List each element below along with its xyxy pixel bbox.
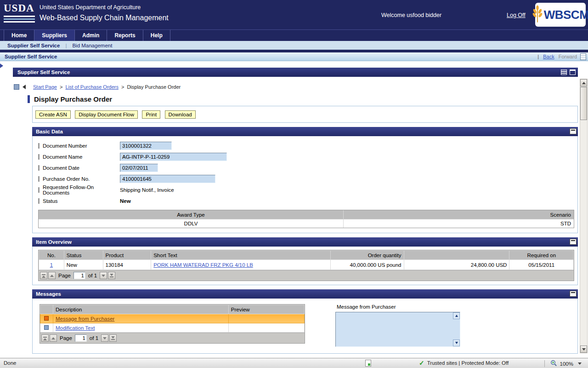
item-status-cell: New — [64, 260, 103, 270]
usda-logo-stripe — [4, 16, 35, 17]
item-overview-header: Item Overview — [32, 237, 578, 247]
status-bar: Done ✓ Trusted sites | Protected Mode: O… — [0, 358, 588, 368]
panel-square-icon[interactable] — [14, 84, 19, 90]
page-options-icon[interactable] — [580, 53, 586, 60]
page-title-row: Display Purchase Order — [28, 95, 578, 103]
prev-page-icon[interactable] — [48, 272, 56, 279]
first-page-icon[interactable] — [41, 334, 49, 342]
page-label: Page — [60, 335, 72, 341]
scroll-down-icon[interactable] — [580, 345, 587, 353]
message-row[interactable]: Modification Text — [40, 323, 305, 333]
download-button[interactable]: Download — [165, 110, 196, 119]
message-detail-label: Message from Purchaser — [335, 304, 460, 310]
item-no-cell: 1 — [39, 260, 64, 270]
top-banner: USDA United States Department of Agricul… — [0, 0, 588, 29]
scrollbar-thumb[interactable] — [580, 87, 587, 120]
wbscm-logo-text: WBSCM — [544, 8, 588, 22]
print-button[interactable]: Print — [142, 110, 160, 119]
basic-data-section: Basic Data Document Number 3100001322 Do… — [32, 127, 578, 233]
item-table: No. Status Product Short Text Order quan… — [39, 250, 574, 270]
welcome-text: Welcome usfood bidder — [381, 12, 441, 18]
scroll-up-icon[interactable] — [580, 79, 587, 86]
last-page-icon[interactable] — [109, 334, 117, 342]
tab-suppliers[interactable]: Suppliers — [34, 30, 75, 41]
page-of-label: of 1 — [90, 335, 98, 341]
field-follow-on-documents: Requested Follow-On Documents Shipping N… — [33, 184, 577, 196]
minimize-section-icon[interactable] — [570, 128, 577, 134]
tab-home[interactable]: Home — [4, 30, 34, 41]
prev-page-icon[interactable] — [50, 334, 57, 342]
vertical-scrollbar[interactable] — [580, 79, 588, 353]
breadcrumb-start-page[interactable]: Start Page — [33, 84, 57, 90]
history-bar: Supplier Self Service | Back Forward — [0, 52, 588, 61]
item-value-cell: 24,800.00 USD — [404, 260, 509, 270]
message-row-selected[interactable]: Message from Purchaser — [40, 314, 305, 323]
logoff-link[interactable]: Log Off — [507, 12, 526, 18]
tray-window-icon[interactable] — [561, 69, 567, 75]
message-textarea-wrap — [335, 312, 460, 347]
last-page-icon[interactable] — [108, 272, 115, 279]
panel-expand-icon[interactable] — [0, 63, 3, 68]
tab-help[interactable]: Help — [143, 30, 170, 41]
message-textarea[interactable] — [336, 312, 452, 346]
col-no: No. — [39, 251, 64, 260]
message-description-cell: Modification Text — [53, 323, 228, 333]
create-asn-button[interactable]: Create ASN — [35, 110, 71, 119]
zoom-dropdown-icon[interactable] — [578, 362, 582, 365]
history-separator: | — [537, 54, 539, 59]
collapse-left-icon[interactable] — [23, 85, 26, 89]
usda-logo-stripe — [4, 21, 35, 23]
item-no-link[interactable]: 1 — [50, 262, 53, 268]
col-product: Product — [103, 251, 151, 260]
maximize-window-icon[interactable] — [570, 69, 576, 75]
frame-title: Supplier Self Service — [17, 69, 70, 75]
document-name-field[interactable]: AG-INTP-P-11-0259 — [120, 153, 227, 161]
page-number-input[interactable] — [75, 334, 87, 342]
next-page-icon[interactable] — [101, 334, 108, 342]
subnav-bid-management[interactable]: Bid Management — [67, 43, 118, 48]
item-overview-section: Item Overview No. Status — [32, 237, 578, 285]
subnav-supplier-self-service[interactable]: Supplier Self Service — [0, 43, 65, 48]
frame-header: Supplier Self Service — [13, 68, 578, 77]
first-page-icon[interactable] — [40, 272, 47, 279]
field-purchase-order-no: Purchase Order No. 4100001645 — [33, 173, 577, 184]
back-button[interactable]: Back — [543, 54, 554, 59]
col-status: Status — [64, 251, 103, 260]
basic-data-body: Document Number 3100001322 Document Name… — [32, 136, 578, 233]
page-number-input[interactable] — [74, 272, 85, 279]
textarea-scrollbar[interactable] — [453, 312, 460, 346]
breadcrumb-links: Start Page > List of Purchase Orders > D… — [33, 84, 181, 90]
scroll-up-icon[interactable] — [453, 312, 460, 319]
agency-title-block: United States Department of Agriculture … — [40, 4, 169, 22]
tab-admin[interactable]: Admin — [75, 30, 107, 41]
messages-table-pager: Page of 1 — [40, 333, 305, 343]
minimize-section-icon[interactable] — [570, 239, 577, 245]
display-document-flow-button[interactable]: Display Document Flow — [75, 110, 138, 119]
award-table-data-row: DDLV STD — [39, 219, 574, 228]
usda-logo-text: USDA — [4, 2, 37, 14]
security-text: Trusted sites | Protected Mode: Off — [427, 360, 509, 366]
document-number-field[interactable]: 3100001322 — [120, 142, 172, 150]
breadcrumb-list-of-purchase-orders[interactable]: List of Purchase Orders — [65, 84, 119, 90]
document-date-field[interactable]: 02/07/2011 — [120, 164, 158, 172]
zoom-control[interactable]: 100% — [544, 360, 582, 368]
follow-on-documents-value: Shipping Notif., Invoice — [120, 187, 174, 193]
item-order-quantity-cell: 40,000.000 US pound — [331, 260, 404, 270]
frame-window-controls — [561, 69, 576, 75]
scroll-down-icon[interactable] — [453, 339, 460, 346]
messages-title: Messages — [36, 291, 61, 297]
item-table-header-row: No. Status Product Short Text Order quan… — [39, 251, 574, 260]
field-tick-icon — [38, 143, 40, 149]
next-page-icon[interactable] — [100, 272, 107, 279]
item-required-on-cell: 05/15/2011 — [509, 260, 574, 270]
modification-text-link[interactable]: Modification Text — [56, 325, 95, 331]
item-overview-title: Item Overview — [36, 239, 72, 245]
minimize-section-icon[interactable] — [570, 291, 577, 297]
basic-data-title: Basic Data — [36, 129, 63, 134]
purchase-order-no-field[interactable]: 4100001645 — [120, 175, 215, 183]
tab-reports[interactable]: Reports — [107, 30, 143, 41]
breadcrumb-separator: > — [60, 84, 62, 90]
message-from-purchaser-link[interactable]: Message from Purchaser — [56, 316, 114, 322]
item-short-text-link[interactable]: PORK HAM WATERAD FRZ PKG 4/10 LB — [153, 262, 253, 268]
forward-button[interactable]: Forward — [559, 54, 577, 59]
